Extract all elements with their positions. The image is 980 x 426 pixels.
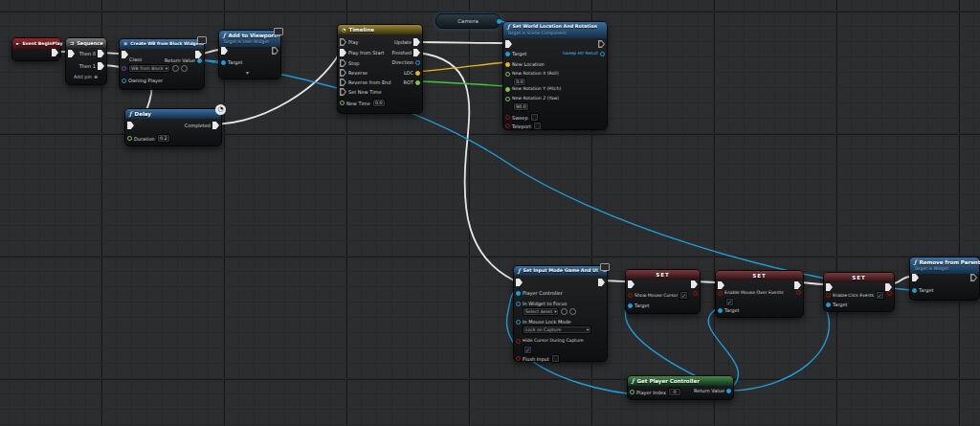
- exec-out-pin[interactable]: [52, 49, 58, 56]
- class-dropdown[interactable]: WB from Block ▾: [128, 64, 170, 73]
- exec-out-pin[interactable]: [970, 274, 977, 281]
- set-new-time-pin[interactable]: [340, 88, 346, 96]
- play-pin[interactable]: [340, 38, 346, 46]
- show-mouse-cursor-checkbox[interactable]: ✓: [679, 291, 688, 300]
- new-time-value-field[interactable]: 0.0: [372, 99, 386, 107]
- target-pin[interactable]: [505, 52, 510, 56]
- browse-asset-icon[interactable]: [569, 308, 576, 315]
- widget-asset-dropdown[interactable]: Select Asset ▾: [523, 307, 559, 316]
- use-asset-icon[interactable]: [172, 65, 179, 72]
- node-set-world-location-rotation[interactable]: ƒ Set World Location And Rotation Target…: [502, 21, 608, 130]
- hide-cursor-pin[interactable]: [516, 339, 521, 344]
- new-rotation-x-pin[interactable]: [505, 72, 510, 77]
- node-get-player-controller[interactable]: ƒ Get Player Controller Player Index 0 R…: [627, 375, 734, 400]
- player-controller-pin[interactable]: [516, 291, 521, 296]
- enable-mouse-over-pin[interactable]: [718, 291, 723, 296]
- mouse-lock-mode-dropdown[interactable]: Lock on Capture ▾: [523, 325, 591, 334]
- target-pin[interactable]: [221, 60, 226, 65]
- show-mouse-cursor-pin[interactable]: [628, 293, 633, 298]
- enable-click-checkbox[interactable]: ✓: [876, 291, 884, 300]
- new-rotation-z-pin[interactable]: [505, 97, 510, 101]
- class-pin[interactable]: [122, 66, 126, 71]
- new-rotation-x-value-field[interactable]: 0.0: [513, 78, 526, 86]
- target-pin[interactable]: [826, 303, 831, 307]
- node-event-beginplay[interactable]: ► Event BeginPlay: [11, 37, 61, 61]
- sweep-checkbox[interactable]: [530, 113, 539, 122]
- flush-input-checkbox[interactable]: [551, 354, 560, 363]
- node-set-enable-mouse-over[interactable]: SET Enable Mouse Over Events ✓ Target: [715, 270, 804, 318]
- flush-input-pin[interactable]: [516, 356, 521, 361]
- completed-pin[interactable]: [212, 122, 219, 129]
- node-create-widget[interactable]: ▣ Create WB from Block Widget Class Retu…: [119, 38, 205, 90]
- exec-in-pin[interactable]: [718, 281, 724, 289]
- node-set-enable-click[interactable]: SET Enable Click Events ✓ Target: [823, 272, 895, 312]
- exec-in-pin[interactable]: [912, 274, 919, 281]
- in-widget-to-focus-pin[interactable]: [516, 302, 521, 306]
- node-set-input-mode[interactable]: ƒ Set Input Mode Game And UI Player Cont…: [513, 265, 608, 362]
- finished-pin[interactable]: [413, 49, 420, 56]
- node-add-to-viewport[interactable]: ƒ Add to Viewport Target is User Widget …: [218, 30, 281, 79]
- exec-in-pin[interactable]: [826, 283, 833, 291]
- exec-in-pin[interactable]: [505, 40, 512, 48]
- exec-in-pin[interactable]: [127, 122, 134, 129]
- node-set-show-mouse-cursor[interactable]: SET Show Mouse Cursor ✓ Target: [625, 269, 701, 314]
- duration-pin[interactable]: [127, 136, 132, 141]
- use-asset-icon[interactable]: [561, 308, 568, 315]
- exec-out-pin[interactable]: [885, 283, 892, 291]
- play-from-start-pin[interactable]: [340, 49, 346, 56]
- rot-pin[interactable]: [415, 80, 420, 85]
- node-camera-get[interactable]: Camera: [435, 13, 501, 29]
- target-pin[interactable]: [628, 303, 633, 308]
- exec-out-pin[interactable]: [598, 279, 605, 286]
- node-sequence[interactable]: ⇉ Sequence Then 0 Then 1 Add pin ⊕: [65, 37, 107, 85]
- return-value-pin[interactable]: [197, 58, 202, 63]
- owning-player-pin[interactable]: [122, 78, 126, 83]
- collapse-chevron-icon[interactable]: ▾: [246, 70, 249, 75]
- node-remove-from-parent[interactable]: ƒ Remove from Parent Target is Widget Ta…: [909, 257, 980, 301]
- teleport-checkbox[interactable]: [533, 122, 542, 130]
- node-timeline[interactable]: ◔ Timeline Play Play from Start Stop Rev…: [337, 24, 423, 114]
- add-pin-label[interactable]: Add pin: [74, 74, 92, 79]
- new-time-pin[interactable]: [340, 101, 345, 105]
- node-delay[interactable]: ◔ ƒ Delay Completed Duration 0.2: [124, 108, 222, 146]
- value-out-pin[interactable]: [796, 290, 801, 295]
- then1-pin[interactable]: [98, 62, 104, 70]
- return-value-pin[interactable]: [726, 389, 731, 393]
- new-rotation-z-value-field[interactable]: 90.0: [513, 102, 529, 111]
- target-pin[interactable]: [912, 288, 917, 293]
- camera-out-pin[interactable]: [497, 19, 501, 24]
- blueprint-graph-canvas[interactable]: ► Event BeginPlay ⇉ Sequence Then 0 Then…: [0, 0, 980, 426]
- teleport-pin[interactable]: [505, 123, 510, 128]
- exec-out-pin[interactable]: [794, 281, 801, 289]
- exec-out-pin[interactable]: [598, 40, 605, 48]
- direction-pin[interactable]: [415, 60, 420, 65]
- sweep-pin[interactable]: [505, 115, 510, 120]
- hide-cursor-checkbox[interactable]: ✓: [523, 346, 532, 354]
- in-mouse-lock-mode-pin[interactable]: [516, 320, 521, 325]
- value-out-pin[interactable]: [693, 291, 698, 296]
- exec-out-pin[interactable]: [272, 47, 278, 55]
- sweep-hit-result-pin[interactable]: [600, 52, 605, 56]
- then0-pin[interactable]: [98, 50, 104, 57]
- enable-click-pin[interactable]: [826, 293, 831, 298]
- stop-pin[interactable]: [340, 59, 346, 67]
- exec-out-pin[interactable]: [691, 280, 698, 288]
- reverse-pin[interactable]: [340, 69, 346, 77]
- loc-pin[interactable]: [415, 71, 420, 76]
- update-pin[interactable]: [413, 38, 420, 46]
- duration-value-field[interactable]: 0.2: [157, 134, 170, 143]
- player-index-pin[interactable]: [630, 390, 635, 394]
- value-out-pin[interactable]: [887, 291, 892, 296]
- target-pin[interactable]: [718, 308, 723, 313]
- reverse-from-end-pin[interactable]: [340, 78, 346, 86]
- exec-in-pin[interactable]: [628, 280, 635, 288]
- new-location-pin[interactable]: [505, 62, 510, 67]
- exec-in-pin[interactable]: [68, 50, 75, 57]
- enable-mouse-over-checkbox[interactable]: ✓: [725, 298, 734, 306]
- browse-asset-icon[interactable]: [181, 65, 188, 72]
- new-rotation-y-pin[interactable]: [505, 87, 510, 92]
- exec-in-pin[interactable]: [221, 47, 228, 55]
- player-index-value-field[interactable]: 0: [668, 388, 681, 396]
- add-pin-icon[interactable]: ⊕: [94, 74, 98, 79]
- exec-in-pin[interactable]: [122, 51, 128, 58]
